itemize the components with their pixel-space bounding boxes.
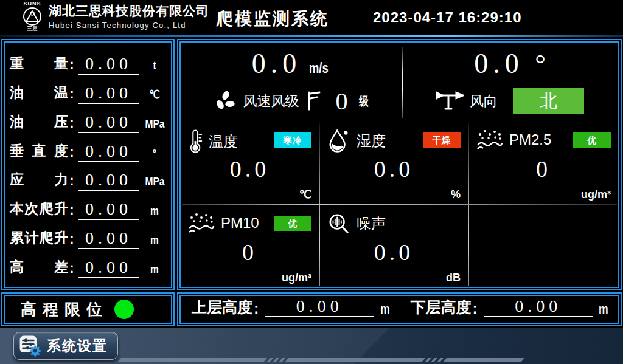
sensor-status-badge: 干燥	[423, 132, 461, 148]
metric-value: 0.00	[85, 199, 132, 218]
fan-icon	[213, 89, 237, 113]
wind-direction-block: 0.0 ° 风向	[402, 43, 618, 122]
sensor-status-badge: 优	[274, 216, 312, 231]
metric-row-oil-pressure: 油压 : 0.00 MPa	[10, 107, 166, 133]
wind-direction-unit: °	[535, 49, 546, 79]
sensor-value: 0.0	[320, 156, 468, 182]
metric-value: 0.00	[85, 83, 132, 102]
metric-row-current-climb: 本次爬升 : 0.00 m	[10, 194, 166, 220]
elevation-limit-panel: 高程限位	[1, 292, 175, 326]
upper-height-group: 上层高度 : 0.00 m	[181, 297, 400, 322]
wind-direction-badge: 北	[513, 88, 584, 114]
logo-sansi-text: 三思	[27, 26, 38, 32]
wind-flag-icon	[305, 91, 321, 111]
logo-suns-text: SUNS	[23, 1, 41, 7]
sensor-value: 0	[469, 156, 618, 182]
sensor-cell-noise: 噪声 0.0 dB	[320, 205, 468, 287]
dust-particles-icon	[476, 129, 503, 151]
metric-colon: :	[69, 57, 77, 75]
sensor-value: 0.0	[320, 239, 468, 266]
wind-direction-line: 0.0 °	[402, 47, 618, 83]
wind-level-line: 风速风级 0 级	[181, 85, 402, 117]
sensor-unit: ug/m³	[581, 188, 611, 201]
sensor-cell-temperature: 温度 寒冷 0.0 ℃	[181, 122, 319, 204]
metric-row-height-difference: 高差 : 0.00 m	[10, 252, 166, 278]
metric-underline: 0.00	[78, 170, 139, 191]
metric-value: 0.00	[85, 54, 132, 73]
footer-stripe-segment	[443, 358, 524, 362]
height-colon: :	[473, 300, 478, 317]
metric-underline: 0.00	[78, 228, 139, 249]
upper-height-label: 上层高度	[192, 297, 252, 317]
metric-unit: ℃	[145, 88, 164, 104]
company-name-cn: 湖北三思科技股份有限公司	[49, 2, 209, 19]
metric-colon: :	[69, 173, 77, 191]
wind-row: 0.0 m/s 风速风级	[181, 43, 618, 122]
sensor-label: PM10	[221, 215, 259, 232]
wind-speed-line: 0.0 m/s	[181, 47, 402, 83]
sensor-value: 0.0	[181, 156, 319, 182]
upper-height-value: 0.00	[296, 297, 343, 315]
metric-row-weight: 重量 : 0.00 t	[10, 49, 166, 75]
metric-colon: :	[69, 202, 77, 220]
metric-unit: m	[145, 233, 164, 249]
metric-unit: °	[145, 146, 164, 162]
elevation-limit-status-indicator	[114, 300, 134, 319]
sensor-unit: dB	[446, 272, 461, 284]
sensor-cell-pm25: PM2.5 优 0 ug/m³	[469, 122, 618, 204]
company-logo: SUNS 三思	[18, 1, 46, 32]
metric-colon: :	[69, 231, 77, 249]
environment-panel-inner: 0.0 m/s 风速风级	[181, 43, 618, 287]
monitoring-screen: SUNS 三思 湖北三思科技股份有限公司 Hubei Sansi Technol…	[0, 0, 623, 364]
sensor-head: 噪声	[327, 212, 386, 235]
lower-height-group: 下层高度 : 0.00 m	[400, 297, 619, 322]
wind-direction-label: 风向	[470, 92, 498, 111]
metric-row-total-climb: 累计爬升 : 0.00 m	[10, 223, 166, 249]
metric-unit: MPa	[145, 117, 164, 133]
metric-colon: :	[69, 144, 77, 162]
sensor-label: PM2.5	[509, 131, 551, 148]
settings-button[interactable]: 系统设置	[13, 332, 118, 360]
sensor-value: 0	[181, 239, 319, 266]
sensor-grid: 温度 寒冷 0.0 ℃ 湿度 干	[181, 122, 618, 287]
footer-stripe-segment	[285, 358, 425, 362]
sensor-head: PM10	[188, 212, 259, 234]
wind-level-unit: 级	[359, 93, 369, 109]
settings-button-label: 系统设置	[47, 337, 108, 355]
metric-label: 重量	[10, 54, 68, 75]
metric-row-verticality: 垂直度 : 0.00 °	[10, 136, 166, 162]
sensor-unit: ℃	[299, 188, 312, 201]
metric-label: 油压	[10, 112, 68, 133]
metric-underline: 0.00	[78, 258, 139, 278]
wind-vane-icon	[436, 90, 464, 112]
timestamp: 2023-04-17 16:29:10	[373, 9, 522, 26]
lower-height-value: 0.00	[515, 297, 562, 315]
metric-row-oil-temp: 油温 : 0.00 ℃	[10, 78, 166, 104]
wind-direction-value: 0.0	[474, 48, 524, 79]
sensor-status-badge: 优	[573, 132, 611, 148]
metric-underline: 0.00	[78, 54, 139, 75]
metric-underline: 0.00	[78, 83, 139, 104]
metric-label: 高差	[10, 258, 68, 278]
wind-speed-value: 0.0	[252, 48, 302, 79]
metric-colon: :	[69, 86, 77, 104]
metric-underline: 0.00	[78, 112, 139, 133]
sensor-cell-humidity: 湿度 干燥 0.0 %	[320, 122, 468, 204]
sensor-unit: ug/m³	[282, 272, 312, 284]
wind-speed-block: 0.0 m/s 风速风级	[181, 43, 402, 122]
lower-height-unit: m	[599, 301, 608, 317]
lower-height-underline: 0.00	[484, 297, 593, 317]
sensor-label: 温度	[209, 132, 238, 151]
metric-label: 累计爬升	[10, 228, 68, 249]
page-title: 爬模监测系统	[216, 7, 329, 30]
sensor-label: 湿度	[357, 131, 386, 151]
metric-label: 应力	[10, 170, 68, 191]
footer-bar: 系统设置	[0, 328, 623, 364]
metric-value: 0.00	[85, 258, 132, 276]
lower-height-label: 下层高度	[411, 297, 472, 317]
sensor-head: 温度	[188, 129, 238, 154]
logo-mark-icon	[22, 7, 43, 26]
sensor-status-badge: 寒冷	[274, 132, 312, 148]
company-name-en: Hubei Sansi Technology Co., Ltd	[49, 21, 209, 30]
sensor-unit: %	[451, 188, 461, 201]
